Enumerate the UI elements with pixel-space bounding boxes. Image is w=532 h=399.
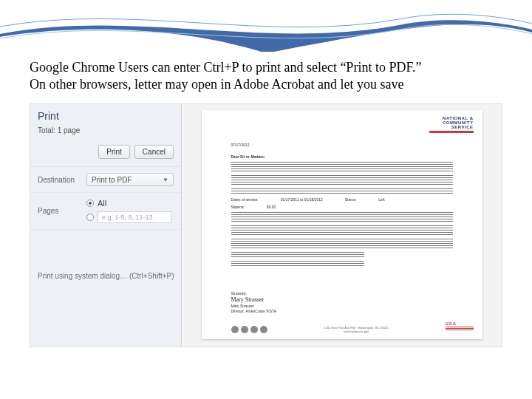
radio-icon bbox=[86, 214, 94, 221]
paragraph bbox=[231, 212, 453, 222]
paragraph bbox=[231, 261, 364, 267]
logo-text: NATIONAL & COMMUNITY SERVICE bbox=[443, 116, 474, 129]
signature-block: Sincerely, Mary Strasser Mary Strasser D… bbox=[231, 291, 277, 314]
salutation: Dear Sir or Madam: bbox=[231, 154, 453, 159]
destination-value: Print to PDF bbox=[92, 176, 132, 184]
pages-options: All e.g. 1-5, 8, 11-13 bbox=[86, 199, 174, 223]
signature-name: Mary Strasser bbox=[231, 304, 277, 308]
status-value: Left bbox=[378, 197, 384, 202]
program-badges bbox=[231, 326, 267, 333]
usa-text: USA bbox=[446, 321, 474, 326]
print-button[interactable]: Print bbox=[98, 145, 130, 159]
destination-row: Destination Print to PDF ▼ bbox=[30, 167, 181, 193]
screenshot-container: Print Total: 1 page Print Cancel Destina… bbox=[30, 103, 502, 347]
paragraph bbox=[231, 252, 364, 258]
badge-icon bbox=[231, 326, 239, 333]
pages-label: Pages bbox=[38, 207, 81, 215]
pages-range-option[interactable]: e.g. 1-5, 8, 11-13 bbox=[86, 211, 174, 223]
letter-date: 07/17/2012 bbox=[231, 143, 250, 147]
decorative-waves bbox=[0, 0, 532, 52]
signature-title: Director, AmeriCorps VISTA bbox=[231, 309, 277, 313]
print-preview: NATIONAL & COMMUNITY SERVICE 07/17/2012 … bbox=[182, 104, 502, 347]
footer-address: 1201 New York Ave NW · Washington, DC 20… bbox=[267, 326, 446, 333]
badge-icon bbox=[250, 326, 258, 333]
status-label: Status: bbox=[345, 197, 357, 202]
paragraph bbox=[231, 239, 453, 249]
pages-row: Pages All e.g. 1-5, 8, 11-13 bbox=[30, 193, 181, 230]
logo-bar bbox=[429, 131, 474, 133]
pages-all-label: All bbox=[98, 199, 106, 208]
print-total-pages: Total: 1 page bbox=[30, 126, 181, 140]
closing: Sincerely, bbox=[231, 291, 277, 296]
print-button-row: Print Cancel bbox=[30, 140, 181, 167]
dates-label: Dates of service: bbox=[231, 197, 259, 202]
pages-range-input[interactable]: e.g. 1-5, 8, 11-13 bbox=[98, 211, 171, 223]
letter-footer: 1201 New York Ave NW · Washington, DC 20… bbox=[231, 321, 474, 333]
stipend-value: $0.00 bbox=[267, 205, 276, 209]
flag-bars bbox=[446, 327, 474, 331]
paragraph bbox=[231, 188, 453, 194]
usa-freedom-corps-logo: USA bbox=[446, 321, 474, 333]
dates-value: 01/17/2011 to 01/18/2012 bbox=[281, 197, 323, 202]
system-dialog-link[interactable]: Print using system dialog… (Ctrl+Shift+P… bbox=[38, 272, 174, 280]
paragraph bbox=[231, 225, 453, 236]
destination-dropdown[interactable]: Print to PDF ▼ bbox=[86, 173, 174, 186]
print-title: Print bbox=[30, 104, 181, 126]
instruction-line2: On other browsers, letter may open in Ad… bbox=[30, 77, 403, 92]
radio-icon bbox=[86, 200, 94, 207]
paragraph bbox=[231, 175, 453, 185]
letter-page: NATIONAL & COMMUNITY SERVICE 07/17/2012 … bbox=[202, 110, 482, 339]
signature-script: Mary Strasser bbox=[231, 296, 277, 303]
cancel-button[interactable]: Cancel bbox=[134, 145, 174, 159]
chevron-down-icon: ▼ bbox=[163, 177, 168, 183]
letter-body: Dear Sir or Madam: Dates of service: 01/… bbox=[231, 154, 453, 270]
stipend-row: Stipend: $0.00 bbox=[231, 205, 453, 209]
badge-icon bbox=[241, 326, 248, 333]
service-dates-row: Dates of service: 01/17/2011 to 01/18/20… bbox=[231, 197, 453, 202]
destination-label: Destination bbox=[38, 176, 81, 184]
print-sidebar: Print Total: 1 page Print Cancel Destina… bbox=[30, 104, 182, 347]
instruction-line1: Google Chrome Users can enter Ctrl+P to … bbox=[30, 60, 421, 75]
pages-all-option[interactable]: All bbox=[86, 199, 174, 208]
agency-logo: NATIONAL & COMMUNITY SERVICE bbox=[422, 116, 474, 134]
instruction-text: Google Chrome Users can enter Ctrl+P to … bbox=[30, 59, 502, 92]
badge-icon bbox=[260, 326, 267, 333]
stipend-label: Stipend: bbox=[231, 205, 245, 209]
paragraph bbox=[231, 162, 453, 172]
